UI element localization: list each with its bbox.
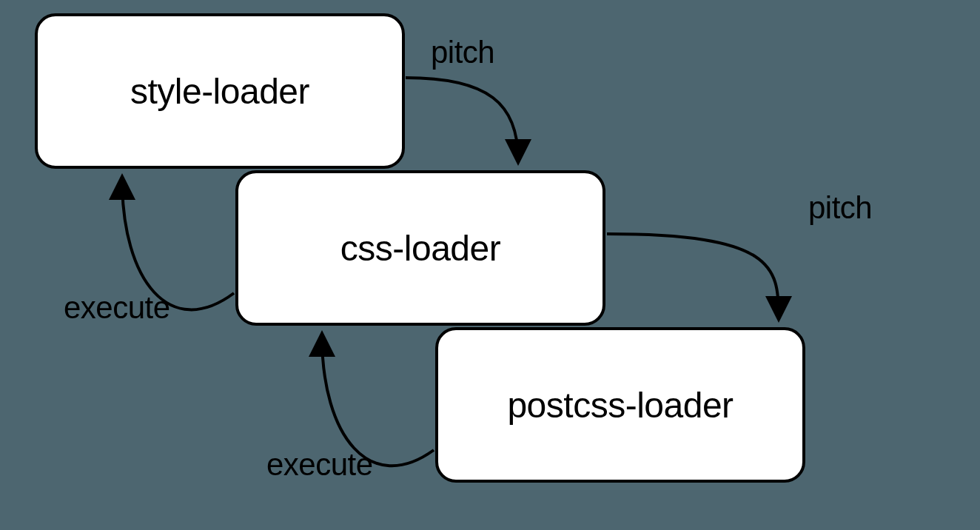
edge-label-execute-1: execute xyxy=(64,290,170,326)
node-postcss-loader: postcss-loader xyxy=(435,327,805,483)
node-label: style-loader xyxy=(130,71,309,112)
arrow-execute-2 xyxy=(322,336,434,466)
arrow-pitch-1 xyxy=(406,78,518,160)
node-label: css-loader xyxy=(340,228,500,269)
node-style-loader: style-loader xyxy=(35,13,405,169)
node-css-loader: css-loader xyxy=(235,170,605,326)
arrow-pitch-2 xyxy=(607,234,779,317)
node-label: postcss-loader xyxy=(507,385,733,426)
edge-label-pitch-1: pitch xyxy=(431,35,494,70)
edge-label-pitch-2: pitch xyxy=(808,190,872,226)
edge-label-execute-2: execute xyxy=(266,447,373,483)
